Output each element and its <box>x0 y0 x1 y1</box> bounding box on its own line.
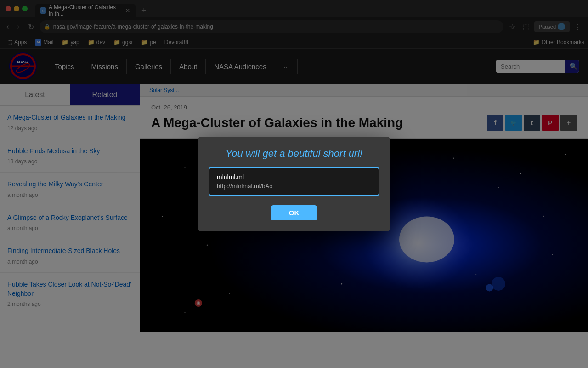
dialog-ok-button[interactable]: OK <box>271 205 318 220</box>
dialog-url-box: mlnlml.ml http://mlnlmal.ml/bAo <box>209 167 379 196</box>
dialog-title: You will get a beutiful short url! <box>209 148 379 160</box>
dialog-url-full: http://mlnlmal.ml/bAo <box>217 183 371 190</box>
dialog-url-domain: mlnlml.ml <box>217 173 371 181</box>
dialog: You will get a beutiful short url! mlnlm… <box>198 137 390 231</box>
dialog-overlay: You will get a beutiful short url! mlnlm… <box>0 0 588 368</box>
